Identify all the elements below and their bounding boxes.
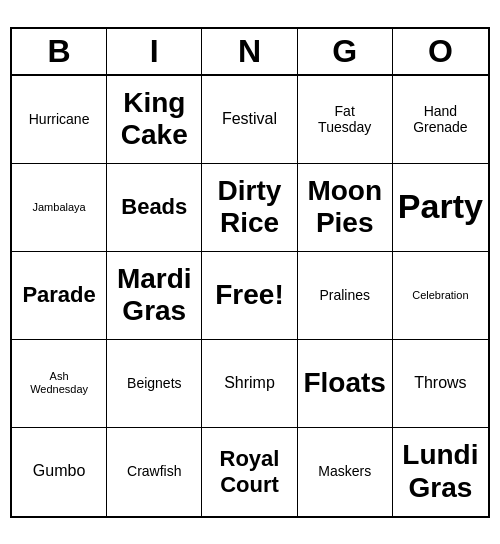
header-letter: O: [393, 29, 488, 74]
bingo-cell-8: MoonPies: [298, 164, 393, 252]
bingo-cell-7: DirtyRice: [202, 164, 297, 252]
bingo-cell-22: RoyalCourt: [202, 428, 297, 516]
bingo-header: BINGO: [12, 29, 488, 76]
bingo-cell-24: LundiGras: [393, 428, 488, 516]
bingo-cell-1: KingCake: [107, 76, 202, 164]
bingo-cell-20: Gumbo: [12, 428, 107, 516]
bingo-cell-3: FatTuesday: [298, 76, 393, 164]
bingo-cell-15: AshWednesday: [12, 340, 107, 428]
bingo-card: BINGO HurricaneKingCakeFestivalFatTuesda…: [10, 27, 490, 518]
header-letter: I: [107, 29, 202, 74]
bingo-cell-5: Jambalaya: [12, 164, 107, 252]
bingo-cell-12: Free!: [202, 252, 297, 340]
bingo-cell-19: Throws: [393, 340, 488, 428]
header-letter: N: [202, 29, 297, 74]
bingo-cell-18: Floats: [298, 340, 393, 428]
bingo-cell-0: Hurricane: [12, 76, 107, 164]
bingo-cell-16: Beignets: [107, 340, 202, 428]
bingo-cell-6: Beads: [107, 164, 202, 252]
bingo-cell-13: Pralines: [298, 252, 393, 340]
bingo-cell-11: MardiGras: [107, 252, 202, 340]
bingo-cell-2: Festival: [202, 76, 297, 164]
bingo-cell-9: Party: [393, 164, 488, 252]
bingo-cell-23: Maskers: [298, 428, 393, 516]
bingo-cell-14: Celebration: [393, 252, 488, 340]
bingo-cell-10: Parade: [12, 252, 107, 340]
bingo-cell-4: HandGrenade: [393, 76, 488, 164]
bingo-cell-21: Crawfish: [107, 428, 202, 516]
header-letter: B: [12, 29, 107, 74]
header-letter: G: [298, 29, 393, 74]
bingo-cell-17: Shrimp: [202, 340, 297, 428]
bingo-grid: HurricaneKingCakeFestivalFatTuesdayHandG…: [12, 76, 488, 516]
